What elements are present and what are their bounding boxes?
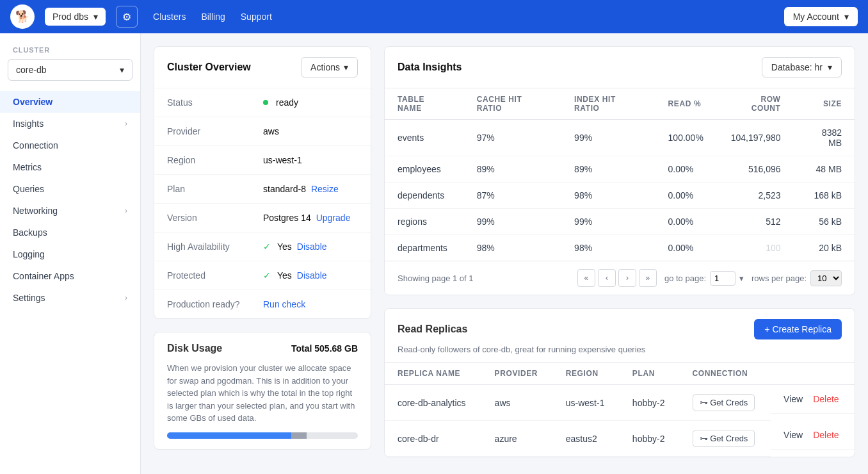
table-cell: 99% [464, 209, 561, 235]
db-selector-label: Database: hr [771, 62, 823, 72]
sidebar: CLUSTER core-db ▾ OverviewInsights›Conne… [0, 33, 141, 474]
db-selector[interactable]: Database: hr ▾ [762, 57, 842, 78]
table-cell: 104,197,980 [716, 120, 794, 156]
read-replicas-card: Read Replicas + Create Replica Read-only… [384, 308, 855, 457]
overview-row-value: ✓ Yes Disable [263, 241, 327, 252]
sidebar-item-queries[interactable]: Queries [0, 178, 140, 200]
col-size: SIZE [794, 88, 855, 120]
table-row: events97%99%100.00%104,197,9808382 MB [385, 120, 855, 156]
overview-disable-link[interactable]: Disable [297, 241, 327, 252]
overview-row: Production ready?Run check [154, 290, 371, 318]
last-page-button[interactable]: » [639, 269, 657, 287]
overview-rows: StatusreadyProviderawsRegionus-west-1Pla… [154, 88, 371, 318]
overview-row-value: us-west-1 [263, 155, 302, 165]
overview-row: Protected✓ Yes Disable [154, 261, 371, 290]
replica-connection: 🗝 Get Creds [680, 421, 771, 457]
view-link[interactable]: View [784, 430, 803, 440]
chevron-right-icon: › [125, 293, 127, 302]
insights-header: Data Insights Database: hr ▾ [385, 47, 855, 88]
table-row: core-db-drazureeastus2hobby-2🗝 Get Creds… [385, 421, 855, 457]
overview-row-label: Protected [167, 270, 263, 281]
disk-usage-total: Total 505.68 GB [291, 343, 358, 354]
table-row: departments98%98%0.00%10020 kB [385, 235, 855, 261]
sidebar-item-container-apps[interactable]: Container Apps [0, 265, 140, 287]
page-number-input[interactable] [710, 271, 735, 286]
replicas-title: Read Replicas [398, 323, 467, 335]
chevron-down-icon: ▾ [739, 274, 744, 283]
overview-row-value: aws [263, 126, 279, 136]
table-cell: 89% [561, 156, 655, 183]
sidebar-item-label: Metrics [13, 162, 42, 172]
first-page-button[interactable]: « [577, 269, 595, 287]
chevron-down-icon: ▾ [828, 62, 832, 72]
col-cache: CACHE HIT RATIO [464, 88, 561, 120]
actions-button[interactable]: Actions ▾ [301, 57, 358, 78]
sidebar-item-settings[interactable]: Settings› [0, 287, 140, 309]
next-page-button[interactable]: › [618, 269, 636, 287]
col-table-name: TABLE NAME [385, 88, 464, 120]
table-row: regions99%99%0.00%51256 kB [385, 209, 855, 235]
col-plan: PLAN [620, 363, 680, 385]
overview-row-label: Version [167, 213, 263, 223]
table-cell: 48 MB [794, 156, 855, 183]
replicas-subtitle: Read-only followers of core-db, great fo… [385, 345, 855, 362]
delete-link[interactable]: Delete [813, 394, 839, 404]
actions-label: Actions [310, 62, 340, 72]
app-body: CLUSTER core-db ▾ OverviewInsights›Conne… [0, 33, 868, 474]
sidebar-item-backups[interactable]: Backups [0, 222, 140, 243]
sidebar-item-networking[interactable]: Networking› [0, 200, 140, 222]
sidebar-item-logging[interactable]: Logging [0, 243, 140, 265]
table-cell: 100.00% [655, 120, 716, 156]
overview-disable-link[interactable]: Disable [297, 270, 327, 281]
nav-billing[interactable]: Billing [201, 12, 225, 22]
rows-per-page-select[interactable]: 10 25 50 [810, 270, 842, 286]
sidebar-item-insights[interactable]: Insights› [0, 113, 140, 135]
col-row-count: ROW COUNT [716, 88, 794, 120]
overview-row: Regionus-west-1 [154, 146, 371, 175]
table-cell: 0.00% [655, 209, 716, 235]
create-replica-button[interactable]: + Create Replica [754, 319, 842, 339]
table-cell: 2,523 [716, 183, 794, 209]
cluster-selector[interactable]: core-db ▾ [8, 59, 133, 81]
replica-region: eastus2 [553, 421, 620, 457]
overview-row-link[interactable]: Resize [311, 184, 339, 194]
replica-name: core-db-dr [385, 421, 482, 457]
gear-button[interactable]: ⚙ [116, 6, 138, 28]
my-account-button[interactable]: My Account ▾ [784, 7, 858, 26]
overview-row-value: Run check [263, 299, 305, 309]
get-creds-button[interactable]: 🗝 Get Creds [693, 430, 755, 447]
overview-row-value: standard-8 Resize [263, 184, 339, 194]
prev-page-button[interactable]: ‹ [598, 269, 616, 287]
overview-row-link[interactable]: Upgrade [316, 213, 351, 223]
env-selector[interactable]: Prod dbs ▾ [45, 8, 106, 26]
progress-bar-system [291, 432, 307, 439]
replica-provider: azure [482, 421, 553, 457]
sidebar-item-metrics[interactable]: Metrics [0, 156, 140, 178]
delete-link[interactable]: Delete [813, 430, 839, 440]
run-check-link[interactable]: Run check [263, 299, 305, 309]
insights-title: Data Insights [398, 61, 462, 73]
sidebar-item-overview[interactable]: Overview [0, 91, 140, 113]
view-link[interactable]: View [784, 394, 803, 404]
create-replica-label: + Create Replica [764, 324, 832, 334]
go-to-page-label: go to page: [664, 274, 706, 283]
progress-bar-used [167, 432, 291, 439]
get-creds-button[interactable]: 🗝 Get Creds [693, 394, 755, 411]
cluster-overview-header: Cluster Overview Actions ▾ [154, 47, 371, 88]
nav-clusters[interactable]: Clusters [153, 12, 186, 22]
table-cell: 97% [464, 120, 561, 156]
replica-name: core-db-analytics [385, 385, 482, 421]
overview-row-label: Status [167, 97, 263, 108]
table-cell: 100 [716, 235, 794, 261]
rows-per-page: rows per page: 10 25 50 [751, 270, 842, 286]
col-actions [771, 363, 855, 385]
sidebar-item-connection[interactable]: Connection [0, 135, 140, 156]
left-column: Cluster Overview Actions ▾ StatusreadyPr… [154, 46, 371, 461]
insights-tbody: events97%99%100.00%104,197,9808382 MBemp… [385, 120, 855, 261]
pagination-controls: « ‹ › » [577, 269, 657, 287]
chevron-right-icon: › [125, 119, 127, 128]
main-content: Cluster Overview Actions ▾ StatusreadyPr… [141, 33, 868, 474]
disk-usage-header: Disk Usage Total 505.68 GB [154, 332, 371, 362]
nav-support[interactable]: Support [241, 12, 272, 22]
replicas-header: Read Replicas + Create Replica [385, 309, 855, 345]
